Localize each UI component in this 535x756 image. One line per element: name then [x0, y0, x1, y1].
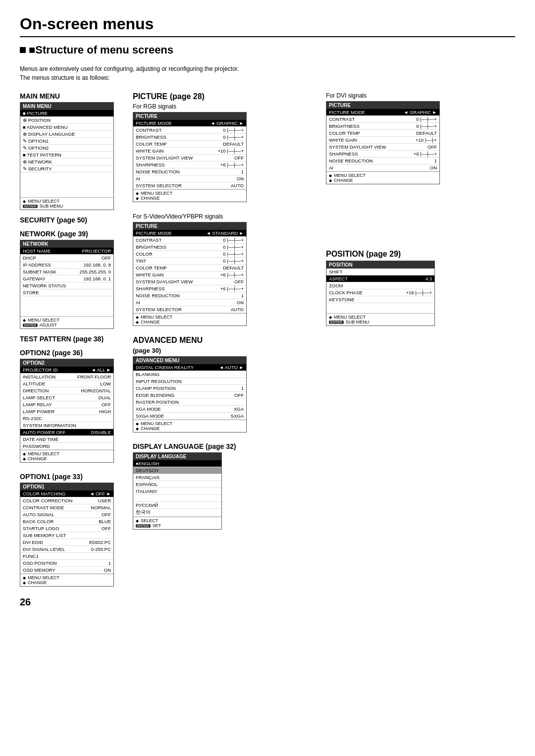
advanced-menu-label: ADVANCED MENU — [133, 336, 322, 345]
lang-row-italiano: ITALIANO — [133, 488, 221, 495]
option1-row-submem: SUB MEMORY LIST — [20, 532, 113, 539]
option2-label: OPTION2 (page 36) — [20, 349, 129, 357]
pic-dvi-row-sharp: SHARPNESS+6 |—┼—+ — [326, 151, 439, 158]
advanced-menu-page-label: (page 30) — [133, 347, 322, 354]
pos-row-aspect: ASPECT4:3 — [326, 275, 434, 282]
lang-row-empty — [133, 495, 221, 502]
picture-svideo-section: For S-Video/Video/YPBPR signals PICTURE … — [133, 213, 322, 326]
position-label: POSITION (page 29) — [326, 250, 515, 259]
network-box-title: NETWORK — [20, 240, 113, 248]
network-row-ip: IP ADDRESS192.168. 0. 8 — [20, 262, 113, 269]
option2-row-autopow: AUTO POWER OFFDISABLE — [20, 429, 113, 436]
option2-section: OPTION2 (page 36) OPTION2 PROJECTOR ID◄ … — [20, 349, 129, 463]
adv-row-dcr: DIGITAL CINEMA REALITY◄ AUTO ► — [133, 364, 246, 371]
test-pattern-label: TEST PATTERN (page 38) — [20, 335, 129, 343]
main-menu-section: MAIN MENU MAIN MENU ■ PICTURE ⊕ POSITION… — [20, 92, 129, 210]
pic-sv-row-mode: PICTURE MODE◄ STANDARD ► — [133, 230, 246, 237]
pic-sv-row-noise: NOISE REDUCTION1 — [133, 292, 246, 299]
main-menu-title: MAIN MENU — [20, 103, 113, 110]
pic-dvi-row-bright: BRIGHTNESS0 |—┼—+ — [326, 123, 439, 130]
page-number: 26 — [20, 596, 515, 608]
option2-row-altitude: ALTITUDELOW — [20, 380, 113, 387]
pic-rgb-row-sharp: SHARPNESS+6 |—┼—+ — [133, 162, 246, 168]
adv-row-blanking: BLANKING — [133, 371, 246, 378]
pic-sv-row-bright: BRIGHTNESS0 |—┼—+ — [133, 244, 246, 251]
option2-row-sysinfo: SYSTEM INFORMATION — [20, 422, 113, 429]
network-row-dhcp: DHCPOFF — [20, 255, 113, 262]
menu-row-test-pattern: ■ TEST PATTERN — [20, 152, 113, 159]
network-row-gateway: GATEWAY192.168. 0. 1 — [20, 275, 113, 282]
structure-layout: MAIN MENU MAIN MENU ■ PICTURE ⊕ POSITION… — [20, 92, 515, 587]
pic-rgb-row-mode: PICTURE MODE◄ GRAPHIC ► — [133, 120, 246, 127]
option2-row-projid: PROJECTOR ID◄ ALL ► — [20, 367, 113, 374]
adv-menu-footer: ◆MENU SELECT ◆CHANGE — [133, 420, 246, 432]
menu-row-display-lang: ⊕ DISPLAY LANGUAGE — [20, 131, 113, 138]
picture-rgb-box: PICTURE PICTURE MODE◄ GRAPHIC ► CONTRAST… — [133, 112, 247, 202]
network-section: NETWORK (page 39) NETWORK HOST NAMEPROJE… — [20, 230, 129, 329]
option1-row-colormatch: COLOR MATCHING◄ OFF ► — [20, 490, 113, 497]
display-language-label: DISPLAY LANGUAGE (page 32) — [133, 442, 322, 450]
pic-dvi-row-ai: AION — [326, 164, 439, 171]
page-subtitle: ■Structure of menu screens — [20, 43, 515, 56]
network-box: NETWORK HOST NAMEPROJECTOR DHCPOFF IP AD… — [20, 240, 114, 329]
pic-dvi-row-noise: NOISE REDUCTION1 — [326, 158, 439, 164]
adv-menu-title: ADVANCED MENU — [133, 357, 246, 364]
main-menu-label: MAIN MENU — [20, 92, 129, 100]
page-title: On-screen menus — [20, 15, 515, 37]
pic-rgb-row-daylight: SYSTEM DAYLIGHT VIEWOFF — [133, 155, 246, 162]
lang-row-english: ●ENGLISH — [133, 460, 221, 467]
network-row-store: STORE — [20, 289, 113, 296]
picture-dvi-section: For DVI signals PICTURE PICTURE MODE◄ GR… — [326, 92, 515, 184]
pic-dvi-footer: ◆MENU SELECT ◆CHANGE — [326, 171, 439, 184]
picture-svideo-box: PICTURE PICTURE MODE◄ STANDARD ► CONTRAS… — [133, 222, 247, 326]
pic-dvi-row-whitegain: WHITE GAIN+10 |—┼+ — [326, 137, 439, 144]
network-row-hostname: HOST NAMEPROJECTOR — [20, 248, 113, 255]
disp-lang-footer: ◆SELECT ENTERSET — [133, 517, 221, 529]
pic-sv-row-contrast: CONTRAST0 |—┼—+ — [133, 237, 246, 244]
adv-row-clamp: CLAMP POSITION1 — [133, 385, 246, 392]
pic-dvi-row-mode: PICTURE MODE◄ GRAPHIC ► — [326, 109, 439, 116]
option2-row-lampsel: LAMP SELECTDUAL — [20, 394, 113, 401]
network-row-status: NETWORK STATUS — [20, 282, 113, 289]
subtitle-bullet — [20, 47, 26, 53]
pic-sv-row-sharp: SHARPNESS+6 |—┼—+ — [133, 285, 246, 292]
pic-rgb-row-sysselect: SYSTEM SELECTORAUTO — [133, 182, 246, 189]
lang-row-russian: РУССКИЙ — [133, 502, 221, 509]
pic-rgb-row-bright: BRIGHTNESS0 |—┼—+ — [133, 134, 246, 141]
position-box: POSITION SHIFT ASPECT4:3 ZOOM CLOCK PHAS… — [326, 261, 435, 326]
pic-sv-row-tint: TINT0 |—┼—+ — [133, 258, 246, 265]
option2-row-rs232: RS-232C — [20, 415, 113, 422]
pic-dvi-row-contrast: CONTRAST0 |—┼—+ — [326, 116, 439, 123]
network-row-subnet: SUBNET MASK255.255.255. 0 — [20, 269, 113, 275]
pic-dvi-title: PICTURE — [326, 102, 439, 109]
picture-label: PICTURE (page 28) — [133, 92, 322, 101]
option1-row-dvisig: DVI SIGNAL LEVEL0-255:PC — [20, 546, 113, 553]
main-menu-box: MAIN MENU ■ PICTURE ⊕ POSITION ■ ADVANCE… — [20, 102, 114, 210]
pic-rgb-footer: ◆MENU SELECT ◆CHANGE — [133, 189, 246, 202]
mid-column: PICTURE (page 28) For RGB signals PICTUR… — [133, 92, 322, 587]
pic-rgb-row-noise: NOISE REDUCTION1 — [133, 168, 246, 175]
pic-rgb-row-colortemp: COLOR TEMPDEFAULT — [133, 141, 246, 148]
pic-sv-row-colortemp: COLOR TEMPDEFAULT — [133, 265, 246, 271]
pos-row-clockphase: CLOCK PHASE+16 |—┼—+ — [326, 289, 434, 296]
advanced-menu-section: ADVANCED MENU (page 30) ADVANCED MENU DI… — [133, 336, 322, 432]
advanced-menu-box: ADVANCED MENU DIGITAL CINEMA REALITY◄ AU… — [133, 356, 247, 432]
menu-row-network: ⊕ NETWORK — [20, 159, 113, 165]
display-language-section: DISPLAY LANGUAGE (page 32) DISPLAY LANGU… — [133, 442, 322, 530]
option2-row-install: INSTALLATIONFRONT-FLOOR — [20, 374, 113, 380]
picture-rgb-section: PICTURE (page 28) For RGB signals PICTUR… — [133, 92, 322, 202]
option1-row-func1: FUNC1 — [20, 553, 113, 560]
menu-row-position: ⊕ POSITION — [20, 117, 113, 124]
option1-row-backcolor: BACK COLORBLUE — [20, 518, 113, 525]
picture-rgb-sublabel: For RGB signals — [133, 103, 322, 110]
test-pattern-section: TEST PATTERN (page 38) — [20, 335, 129, 343]
pic-rgb-row-whitegain: WHITE GAIN+10 |—┼—+ — [133, 148, 246, 155]
option2-row-datetime: DATE AND TIME — [20, 436, 113, 443]
option2-title: OPTION2 — [20, 359, 113, 367]
option1-row-colorcorr: COLOR CORRECTIONUSER — [20, 497, 113, 504]
pic-sv-footer: ◆MENU SELECT ◆CHANGE — [133, 313, 246, 325]
menu-row-option2: ✎ OPTION2 — [20, 145, 113, 152]
security-section: SECURITY (page 50) — [20, 216, 129, 224]
pic-sv-row-sysselect: SYSTEM SELECTORAUTO — [133, 306, 246, 313]
pos-title: POSITION — [326, 261, 434, 269]
